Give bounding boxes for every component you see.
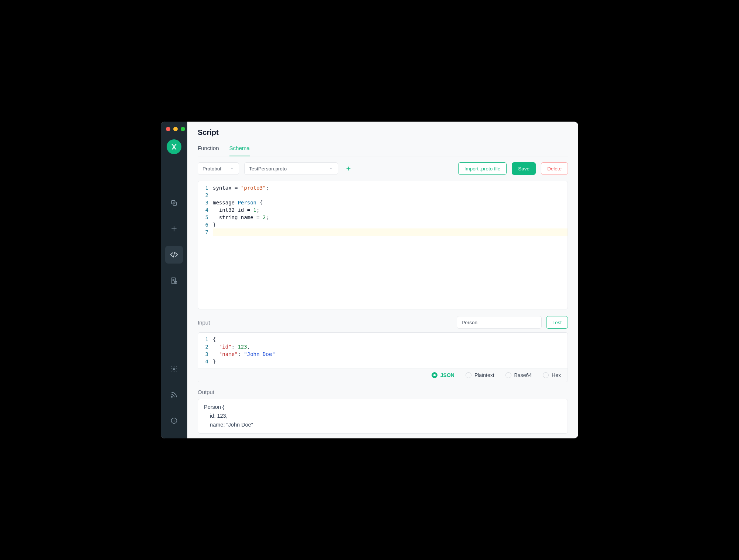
- input-label: Input: [198, 319, 210, 326]
- radio-icon: [543, 372, 549, 378]
- app-logo: [167, 139, 181, 154]
- info-icon: [170, 417, 178, 424]
- rss-icon: [170, 391, 178, 398]
- code-icon: [170, 251, 178, 259]
- sidebar-item-add[interactable]: [165, 220, 183, 238]
- file-select[interactable]: TestPerson.proto: [244, 162, 338, 175]
- tab-schema[interactable]: Schema: [229, 142, 250, 156]
- maximize-window-button[interactable]: [181, 127, 185, 131]
- list-check-icon: [170, 277, 178, 284]
- header: Script Function Schema: [187, 122, 578, 156]
- sidebar-item-settings[interactable]: [165, 360, 183, 378]
- radio-icon: [432, 372, 437, 378]
- radio-icon: [466, 372, 471, 378]
- file-select-value: TestPerson.proto: [249, 166, 287, 172]
- sidebar: [161, 122, 187, 438]
- input-editor[interactable]: 1234{ "id": 123, "name": "John Doe"} JSO…: [198, 332, 568, 382]
- format-radio-plaintext[interactable]: Plaintext: [466, 372, 494, 378]
- gear-icon: [170, 365, 178, 373]
- sidebar-item-feed[interactable]: [165, 386, 183, 404]
- chevron-down-icon: [230, 166, 234, 171]
- radio-icon: [505, 372, 511, 378]
- message-type-input[interactable]: Person: [457, 316, 542, 329]
- schema-editor[interactable]: 1234567syntax = "proto3"; message Person…: [198, 181, 568, 309]
- minimize-window-button[interactable]: [173, 127, 178, 131]
- schema-toolbar: Protobuf TestPerson.proto Import .proto …: [187, 156, 578, 181]
- tabs: Function Schema: [198, 142, 568, 156]
- sidebar-item-script[interactable]: [165, 246, 183, 264]
- copy-icon: [170, 199, 178, 207]
- output-section-header: Output: [187, 382, 578, 399]
- window-controls: [166, 127, 185, 131]
- format-select-value: Protobuf: [202, 166, 221, 172]
- chevron-down-icon: [329, 166, 333, 171]
- page-title: Script: [198, 128, 568, 137]
- sidebar-item-copy[interactable]: [165, 194, 183, 212]
- format-radio-hex[interactable]: Hex: [543, 372, 561, 378]
- output-box: Person { id: 123, name: "John Doe": [198, 399, 568, 434]
- plus-icon: [345, 166, 351, 172]
- close-window-button[interactable]: [166, 127, 170, 131]
- add-file-button[interactable]: [343, 163, 354, 174]
- sidebar-item-list[interactable]: [165, 272, 183, 289]
- tab-function[interactable]: Function: [198, 142, 219, 156]
- plus-icon: [170, 225, 178, 233]
- format-select[interactable]: Protobuf: [198, 162, 239, 175]
- app-window: Script Function Schema Protobuf TestPers…: [161, 122, 578, 438]
- format-radio-json[interactable]: JSON: [432, 372, 454, 378]
- import-button[interactable]: Import .proto file: [458, 162, 507, 175]
- test-button[interactable]: Test: [546, 316, 568, 329]
- svg-point-4: [173, 368, 175, 370]
- input-format-radios: JSONPlaintextBase64Hex: [198, 368, 568, 382]
- svg-point-5: [171, 397, 173, 398]
- save-button[interactable]: Save: [512, 162, 536, 175]
- logo-icon: [170, 143, 178, 150]
- input-section-header: Input Person Test: [187, 309, 578, 332]
- format-radio-base64[interactable]: Base64: [505, 372, 532, 378]
- delete-button[interactable]: Delete: [541, 162, 568, 175]
- sidebar-item-info[interactable]: [165, 412, 183, 430]
- output-label: Output: [198, 389, 214, 395]
- main-content: Script Function Schema Protobuf TestPers…: [187, 122, 578, 438]
